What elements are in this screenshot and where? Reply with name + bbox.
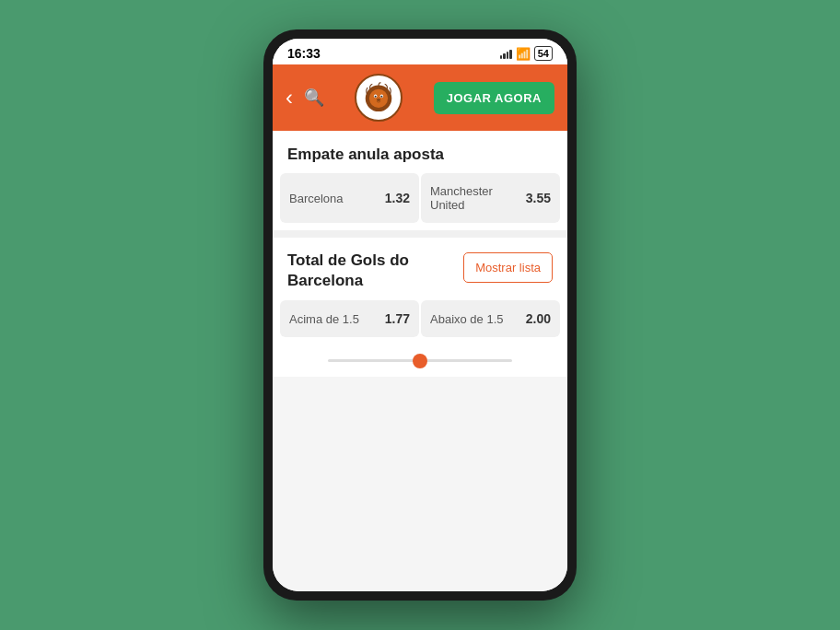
- scroll-track[interactable]: [328, 359, 512, 362]
- play-now-button[interactable]: JOGAR AGORA: [434, 82, 554, 114]
- svg-point-5: [381, 96, 383, 98]
- phone-screen: 16:33 📶 54 ‹ 🔍: [273, 39, 567, 591]
- odd-barcelona[interactable]: Barcelona 1.32: [280, 173, 419, 223]
- odd-abaixo-label: Abaixo de 1.5: [430, 312, 504, 326]
- svg-point-4: [375, 96, 377, 98]
- wifi-icon: 📶: [516, 47, 531, 61]
- navbar: ‹ 🔍: [273, 64, 567, 131]
- odd-abaixo[interactable]: Abaixo de 1.5 2.00: [421, 300, 560, 337]
- app-logo: [355, 74, 402, 122]
- odds-row-1: Barcelona 1.32 Manchester United 3.55: [273, 173, 567, 230]
- main-content: Empate anula aposta Barcelona 1.32 Manch…: [273, 131, 567, 591]
- svg-point-1: [369, 89, 388, 108]
- status-icons: 📶 54: [500, 46, 553, 61]
- odd-acima-label: Acima de 1.5: [289, 312, 359, 326]
- signal-bars-icon: [500, 48, 512, 59]
- scroll-thumb[interactable]: [413, 354, 427, 368]
- divider-1: [273, 230, 567, 238]
- status-time: 16:33: [287, 46, 321, 61]
- search-icon[interactable]: 🔍: [304, 88, 324, 108]
- odd-acima[interactable]: Acima de 1.5 1.77: [280, 300, 419, 337]
- lion-logo-svg: [359, 78, 398, 117]
- odd-barcelona-value: 1.32: [385, 191, 410, 205]
- svg-point-6: [377, 99, 380, 101]
- back-icon[interactable]: ‹: [286, 85, 293, 111]
- battery-icon: 54: [534, 46, 553, 61]
- section-gols-title: Total de Gols do Barcelona: [287, 251, 463, 291]
- odd-acima-value: 1.77: [385, 311, 410, 326]
- odd-abaixo-value: 2.00: [526, 311, 551, 326]
- status-bar: 16:33 📶 54: [273, 39, 567, 64]
- section-empate: Empate anula aposta Barcelona 1.32 Manch…: [273, 131, 567, 230]
- mostrar-lista-button[interactable]: Mostrar lista: [463, 252, 553, 283]
- odd-manchester-value: 3.55: [526, 191, 551, 205]
- odd-manchester[interactable]: Manchester United 3.55: [421, 173, 560, 223]
- odd-manchester-label: Manchester United: [430, 184, 526, 212]
- phone-shell: 16:33 📶 54 ‹ 🔍: [263, 29, 577, 601]
- section-gols: Total de Gols do Barcelona Mostrar lista…: [273, 238, 567, 348]
- odds-row-2: Acima de 1.5 1.77 Abaixo de 1.5 2.00: [273, 300, 567, 348]
- odd-barcelona-label: Barcelona: [289, 192, 344, 205]
- section-gols-header: Total de Gols do Barcelona Mostrar lista: [273, 238, 567, 300]
- scroll-indicator: [273, 348, 567, 377]
- section-empate-title: Empate anula aposta: [273, 131, 567, 173]
